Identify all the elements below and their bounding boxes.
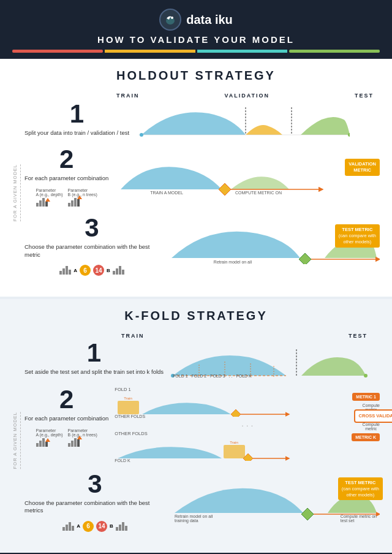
svg-marker-7 bbox=[219, 183, 231, 195]
kfold-badge-14: 14 bbox=[96, 521, 107, 532]
svg-rect-30 bbox=[224, 445, 245, 458]
svg-rect-26 bbox=[118, 401, 139, 414]
param-a-label: ParameterA (e.g., depth) bbox=[36, 188, 63, 197]
kfold-step3-visual: Retrain model on alltraining data Comput… bbox=[172, 471, 380, 523]
kfold-side-label: For a given model bbox=[12, 412, 21, 469]
svg-text:Train: Train bbox=[230, 441, 238, 444]
holdout-title: HOLDOUT STRATEGY bbox=[12, 69, 380, 83]
badge-6: 6 bbox=[80, 265, 91, 276]
logo-container: data iku bbox=[12, 9, 380, 31]
kfold-badge-b: B bbox=[110, 523, 113, 529]
step1-desc: Split your data into train / validation … bbox=[24, 129, 129, 137]
cross-validated-metric: CROSS VALIDATED METRIC bbox=[354, 409, 392, 423]
kfold-badge-6: 6 bbox=[83, 521, 94, 532]
kfold-step2-number: 2 bbox=[59, 387, 74, 412]
test-metric-label: TEST METRIC(can compare withother models… bbox=[335, 224, 380, 247]
kfold-title: K-FOLD STRATEGY bbox=[12, 309, 380, 323]
holdout-side-label: For a given model bbox=[12, 164, 21, 221]
badge-14: 14 bbox=[93, 265, 104, 276]
fold1-label: FOLD 1 bbox=[115, 387, 380, 392]
metricK-label: METRIC K bbox=[352, 433, 380, 441]
svg-point-5 bbox=[140, 133, 143, 137]
kfold-step3-desc: Choose the parameter combination with th… bbox=[24, 499, 165, 515]
kfold-train-label: TRAIN bbox=[121, 333, 145, 339]
kfold-test-label: TEST bbox=[349, 333, 368, 339]
holdout-validation-label: VALIDATION bbox=[224, 93, 270, 99]
holdout-test-label: TEST bbox=[355, 93, 374, 99]
holdout-train-label: TRAIN bbox=[116, 93, 140, 99]
step2-desc: For each parameter combination bbox=[24, 175, 108, 182]
kfold-step1-number: 1 bbox=[87, 340, 101, 366]
kfold-step2: 2 For each parameter combination Paramet… bbox=[24, 387, 380, 463]
step3-desc: Choose the parameter combination with th… bbox=[24, 243, 159, 259]
svg-text:COMPUTE METRIC ON: COMPUTE METRIC ON bbox=[235, 191, 282, 195]
svg-point-1 bbox=[171, 17, 173, 19]
kfold-step2-visual: FOLD 1 Train bbox=[115, 387, 380, 463]
svg-text:Train: Train bbox=[124, 397, 132, 400]
kfold-retrain-label: Retrain model on alltraining data bbox=[175, 514, 213, 523]
kfold-step3: 3 Choose the parameter combination with … bbox=[24, 471, 380, 532]
holdout-step1: 1 Split your data into train / validatio… bbox=[24, 101, 380, 138]
validation-metric-label: VALIDATIONMETRIC bbox=[345, 159, 380, 176]
svg-text:TRAIN A MODEL: TRAIN A MODEL bbox=[150, 191, 183, 195]
logo-icon bbox=[159, 9, 181, 31]
compute-label2: Computemetric bbox=[363, 422, 380, 431]
kfold-step1: 1 Set aside the test set and split the t… bbox=[24, 340, 380, 378]
step1-visual bbox=[135, 101, 380, 138]
step2-visual: TRAIN A MODEL COMPUTE METRIC ON VALIDATI… bbox=[115, 146, 380, 195]
kfold-step1-visual: FOLD 1 FOLD 2 FOLD 3 . . FOLD K bbox=[170, 340, 380, 378]
badge-b: B bbox=[107, 268, 110, 273]
kfold-test-metric-label: TEST METRIC(can compare withother models… bbox=[338, 477, 383, 500]
param-b-label: ParameterB (e.g., n trees) bbox=[68, 188, 97, 197]
other-folds-top-label: OTHER FOLDS bbox=[115, 414, 380, 419]
svg-text:Retrain model on all: Retrain model on all bbox=[214, 260, 252, 264]
kfold-badge-a: A bbox=[77, 523, 80, 529]
step1-number: 1 bbox=[70, 101, 84, 127]
step2-number: 2 bbox=[59, 146, 74, 172]
svg-marker-28 bbox=[231, 409, 241, 417]
other-folds-bottom-label: OTHER FOLDS bbox=[115, 431, 380, 436]
svg-marker-12 bbox=[299, 253, 311, 264]
holdout-section: HOLDOUT STRATEGY TRAIN VALIDATION TEST F… bbox=[0, 59, 392, 297]
header-title: HOW TO VALIDATE YOUR MODEL bbox=[12, 34, 380, 45]
kfold-step3-number: 3 bbox=[88, 471, 102, 497]
metric1-label: METRIC 1 bbox=[352, 393, 380, 401]
step3-visual: Retrain model on all training data Compu… bbox=[165, 215, 380, 264]
step3-number: 3 bbox=[85, 215, 99, 241]
kfold-step1-desc: Set aside the test set and split the tra… bbox=[24, 368, 164, 376]
svg-point-24 bbox=[364, 374, 368, 378]
kfold-compute-label: Compute metric ontest set bbox=[341, 514, 377, 523]
kfold-step2-desc: For each parameter combination bbox=[24, 415, 108, 422]
logo-text: data iku bbox=[186, 13, 233, 26]
kfold-section: K-FOLD STRATEGY TRAIN TEST For a given m… bbox=[0, 299, 392, 553]
holdout-step2: 2 For each parameter combination Paramet… bbox=[24, 146, 380, 207]
header: data iku HOW TO VALIDATE YOUR MODEL bbox=[0, 0, 392, 59]
holdout-step3: 3 Choose the parameter combination with … bbox=[24, 215, 380, 276]
badge-a: A bbox=[74, 268, 77, 273]
